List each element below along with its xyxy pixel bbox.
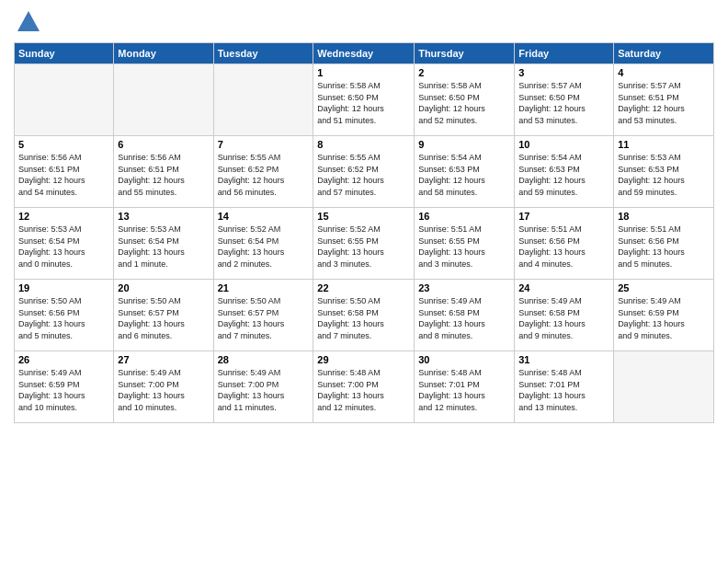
day-of-week-header: Wednesday [313, 43, 415, 64]
calendar-cell: 26Sunrise: 5:49 AM Sunset: 6:59 PM Dayli… [15, 351, 114, 423]
calendar-cell: 9Sunrise: 5:54 AM Sunset: 6:53 PM Daylig… [415, 136, 515, 208]
calendar-cell: 14Sunrise: 5:52 AM Sunset: 6:54 PM Dayli… [213, 208, 313, 280]
calendar-cell: 30Sunrise: 5:48 AM Sunset: 7:01 PM Dayli… [415, 351, 515, 423]
day-number: 17 [518, 211, 609, 222]
day-info: Sunrise: 5:49 AM Sunset: 6:59 PM Dayligh… [18, 367, 109, 413]
calendar-cell: 7Sunrise: 5:55 AM Sunset: 6:52 PM Daylig… [213, 136, 313, 208]
day-number: 21 [218, 282, 310, 293]
day-number: 29 [317, 354, 410, 365]
day-info: Sunrise: 5:49 AM Sunset: 7:00 PM Dayligh… [118, 367, 209, 413]
header [14, 9, 714, 35]
calendar-cell: 1Sunrise: 5:58 AM Sunset: 6:50 PM Daylig… [313, 64, 415, 136]
calendar-week-row: 5Sunrise: 5:56 AM Sunset: 6:51 PM Daylig… [15, 136, 714, 208]
day-number: 26 [18, 354, 109, 365]
day-number: 19 [18, 282, 109, 293]
day-info: Sunrise: 5:50 AM Sunset: 6:57 PM Dayligh… [218, 295, 310, 341]
day-number: 3 [518, 67, 609, 78]
calendar-cell: 15Sunrise: 5:52 AM Sunset: 6:55 PM Dayli… [313, 208, 415, 280]
day-info: Sunrise: 5:54 AM Sunset: 6:53 PM Dayligh… [518, 152, 609, 198]
day-number: 14 [218, 211, 310, 222]
calendar-cell [614, 351, 714, 423]
calendar-week-row: 26Sunrise: 5:49 AM Sunset: 6:59 PM Dayli… [15, 351, 714, 423]
day-number: 27 [118, 354, 209, 365]
day-number: 4 [618, 67, 710, 78]
day-info: Sunrise: 5:56 AM Sunset: 6:51 PM Dayligh… [118, 152, 209, 198]
calendar-cell: 13Sunrise: 5:53 AM Sunset: 6:54 PM Dayli… [114, 208, 213, 280]
calendar-cell [15, 64, 114, 136]
day-info: Sunrise: 5:48 AM Sunset: 7:00 PM Dayligh… [317, 367, 410, 413]
day-info: Sunrise: 5:51 AM Sunset: 6:56 PM Dayligh… [618, 224, 710, 270]
calendar-header-row: SundayMondayTuesdayWednesdayThursdayFrid… [15, 43, 714, 64]
day-number: 23 [418, 282, 510, 293]
day-number: 11 [618, 139, 710, 150]
day-info: Sunrise: 5:52 AM Sunset: 6:54 PM Dayligh… [218, 224, 310, 270]
day-number: 6 [118, 139, 209, 150]
day-info: Sunrise: 5:49 AM Sunset: 7:00 PM Dayligh… [218, 367, 310, 413]
day-info: Sunrise: 5:51 AM Sunset: 6:55 PM Dayligh… [418, 224, 510, 270]
day-info: Sunrise: 5:53 AM Sunset: 6:54 PM Dayligh… [118, 224, 209, 270]
day-number: 28 [218, 354, 310, 365]
calendar-cell: 2Sunrise: 5:58 AM Sunset: 6:50 PM Daylig… [415, 64, 515, 136]
calendar-cell: 6Sunrise: 5:56 AM Sunset: 6:51 PM Daylig… [114, 136, 213, 208]
calendar-cell: 19Sunrise: 5:50 AM Sunset: 6:56 PM Dayli… [15, 280, 114, 351]
day-info: Sunrise: 5:56 AM Sunset: 6:51 PM Dayligh… [18, 152, 109, 198]
day-of-week-header: Friday [515, 43, 614, 64]
calendar-cell: 21Sunrise: 5:50 AM Sunset: 6:57 PM Dayli… [213, 280, 313, 351]
day-info: Sunrise: 5:49 AM Sunset: 6:58 PM Dayligh… [518, 295, 609, 341]
day-info: Sunrise: 5:57 AM Sunset: 6:51 PM Dayligh… [618, 80, 710, 126]
calendar-cell: 23Sunrise: 5:49 AM Sunset: 6:58 PM Dayli… [415, 280, 515, 351]
day-number: 2 [418, 67, 510, 78]
day-number: 18 [618, 211, 710, 222]
calendar-cell: 22Sunrise: 5:50 AM Sunset: 6:58 PM Dayli… [313, 280, 415, 351]
calendar-cell: 20Sunrise: 5:50 AM Sunset: 6:57 PM Dayli… [114, 280, 213, 351]
day-info: Sunrise: 5:54 AM Sunset: 6:53 PM Dayligh… [418, 152, 510, 198]
day-info: Sunrise: 5:49 AM Sunset: 6:58 PM Dayligh… [418, 295, 510, 341]
calendar-week-row: 19Sunrise: 5:50 AM Sunset: 6:56 PM Dayli… [15, 280, 714, 351]
day-info: Sunrise: 5:55 AM Sunset: 6:52 PM Dayligh… [218, 152, 310, 198]
calendar-cell [213, 64, 313, 136]
calendar-body: 1Sunrise: 5:58 AM Sunset: 6:50 PM Daylig… [15, 64, 714, 423]
day-number: 8 [317, 139, 410, 150]
day-number: 31 [518, 354, 609, 365]
calendar-week-row: 1Sunrise: 5:58 AM Sunset: 6:50 PM Daylig… [15, 64, 714, 136]
day-number: 22 [317, 282, 410, 293]
day-info: Sunrise: 5:48 AM Sunset: 7:01 PM Dayligh… [418, 367, 510, 413]
day-number: 9 [418, 139, 510, 150]
day-of-week-header: Saturday [614, 43, 714, 64]
calendar-cell: 17Sunrise: 5:51 AM Sunset: 6:56 PM Dayli… [515, 208, 614, 280]
day-info: Sunrise: 5:50 AM Sunset: 6:56 PM Dayligh… [18, 295, 109, 341]
day-number: 15 [317, 211, 410, 222]
day-info: Sunrise: 5:57 AM Sunset: 6:50 PM Dayligh… [518, 80, 609, 126]
calendar-cell [114, 64, 213, 136]
day-number: 30 [418, 354, 510, 365]
calendar-cell: 24Sunrise: 5:49 AM Sunset: 6:58 PM Dayli… [515, 280, 614, 351]
day-of-week-header: Tuesday [213, 43, 313, 64]
day-info: Sunrise: 5:50 AM Sunset: 6:58 PM Dayligh… [317, 295, 410, 341]
calendar-cell: 11Sunrise: 5:53 AM Sunset: 6:53 PM Dayli… [614, 136, 714, 208]
day-number: 12 [18, 211, 109, 222]
calendar-table: SundayMondayTuesdayWednesdayThursdayFrid… [14, 42, 714, 423]
calendar-cell: 25Sunrise: 5:49 AM Sunset: 6:59 PM Dayli… [614, 280, 714, 351]
day-number: 7 [218, 139, 310, 150]
day-info: Sunrise: 5:51 AM Sunset: 6:56 PM Dayligh… [518, 224, 609, 270]
day-of-week-header: Sunday [15, 43, 114, 64]
day-info: Sunrise: 5:53 AM Sunset: 6:53 PM Dayligh… [618, 152, 710, 198]
day-number: 24 [518, 282, 609, 293]
day-number: 20 [118, 282, 209, 293]
day-info: Sunrise: 5:58 AM Sunset: 6:50 PM Dayligh… [418, 80, 510, 126]
day-info: Sunrise: 5:49 AM Sunset: 6:59 PM Dayligh… [618, 295, 710, 341]
day-info: Sunrise: 5:58 AM Sunset: 6:50 PM Dayligh… [317, 80, 410, 126]
day-info: Sunrise: 5:48 AM Sunset: 7:01 PM Dayligh… [518, 367, 609, 413]
calendar-week-row: 12Sunrise: 5:53 AM Sunset: 6:54 PM Dayli… [15, 208, 714, 280]
calendar-cell: 10Sunrise: 5:54 AM Sunset: 6:53 PM Dayli… [515, 136, 614, 208]
day-number: 13 [118, 211, 209, 222]
calendar-cell: 29Sunrise: 5:48 AM Sunset: 7:00 PM Dayli… [313, 351, 415, 423]
main-container: SundayMondayTuesdayWednesdayThursdayFrid… [0, 0, 728, 432]
calendar-cell: 5Sunrise: 5:56 AM Sunset: 6:51 PM Daylig… [15, 136, 114, 208]
day-number: 25 [618, 282, 710, 293]
day-number: 16 [418, 211, 510, 222]
day-info: Sunrise: 5:50 AM Sunset: 6:57 PM Dayligh… [118, 295, 209, 341]
day-of-week-header: Thursday [415, 43, 515, 64]
calendar-cell: 4Sunrise: 5:57 AM Sunset: 6:51 PM Daylig… [614, 64, 714, 136]
calendar-cell: 28Sunrise: 5:49 AM Sunset: 7:00 PM Dayli… [213, 351, 313, 423]
